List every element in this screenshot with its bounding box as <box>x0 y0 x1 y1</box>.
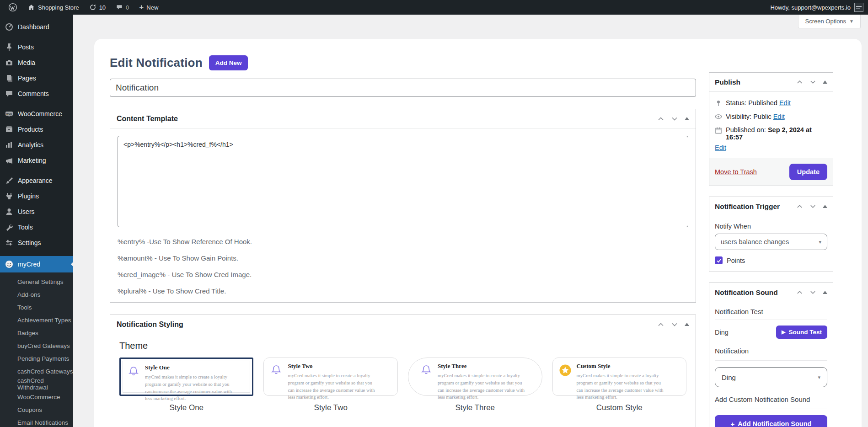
submenu-item-cashcred-gateways[interactable]: cashCred Gateways <box>0 365 73 378</box>
add-notification-sound-button[interactable]: + Add Notification Sound <box>715 415 827 427</box>
theme-card-style-three[interactable]: Style Three myCred makes it simple to cr… <box>408 358 542 396</box>
submenu-item-buycred-gateways[interactable]: buyCred Gateways <box>0 339 73 352</box>
move-up-icon[interactable] <box>796 289 803 296</box>
play-icon: ▶ <box>782 329 785 335</box>
theme-preview-title: Custom Style <box>577 363 668 370</box>
notification-test-label: Notification Test <box>715 308 827 320</box>
theme-card-style-two[interactable]: Style Two myCred makes it simple to crea… <box>263 358 398 396</box>
sidebar-item-pages[interactable]: Pages <box>0 70 73 86</box>
move-down-icon[interactable] <box>671 321 678 328</box>
avatar[interactable] <box>854 3 863 12</box>
submenu-item-tools[interactable]: Tools <box>0 301 73 314</box>
points-checkbox[interactable] <box>715 256 723 264</box>
comments-icon <box>5 89 14 98</box>
megaphone-icon <box>5 156 14 165</box>
edit-date-link[interactable]: Edit <box>715 144 726 151</box>
move-down-icon[interactable] <box>809 289 816 296</box>
sidebar-separator <box>0 101 73 106</box>
move-down-icon[interactable] <box>809 79 816 85</box>
sidebar-item-appearance[interactable]: Appearance <box>0 173 73 188</box>
sidebar-item-settings[interactable]: Settings <box>0 235 73 251</box>
mycred-submenu: General Settings Add-ons Tools Achieveme… <box>0 272 73 427</box>
submenu-item-badges[interactable]: Badges <box>0 326 73 339</box>
move-up-icon[interactable] <box>796 203 803 210</box>
screen-options-label: Screen Options <box>805 18 846 25</box>
sidebar-separator <box>0 251 73 256</box>
submenu-item-general-settings[interactable]: General Settings <box>0 275 73 288</box>
sidebar-item-label: myCred <box>18 261 40 268</box>
move-up-icon[interactable] <box>796 79 803 85</box>
updates-menu[interactable]: 10 <box>86 0 109 15</box>
notify-when-selected-value: users balance changes <box>721 238 789 246</box>
move-up-icon[interactable] <box>657 321 664 328</box>
move-down-icon[interactable] <box>809 203 816 210</box>
sidebar-item-plugins[interactable]: Plugins <box>0 188 73 204</box>
collapse-toggle-icon[interactable] <box>685 117 689 120</box>
sidebar-item-analytics[interactable]: Analytics <box>0 137 73 153</box>
content-area: Screen Options ▼ Edit Notification Add N… <box>73 15 868 427</box>
submenu-item-pending-payments[interactable]: Pending Payments <box>0 352 73 365</box>
notify-when-select[interactable]: users balance changes ▾ <box>715 234 827 250</box>
panel-title: Notification Sound <box>715 288 778 297</box>
edit-status-link[interactable]: Edit <box>779 99 791 107</box>
sidebar-item-label: Settings <box>18 239 41 246</box>
theme-preview-description: myCred makes it simple to create a loyal… <box>145 374 236 402</box>
theme-label-style-three: Style Three <box>408 403 542 412</box>
theme-card-custom-style[interactable]: Custom Style myCred makes it simple to c… <box>552 358 687 396</box>
theme-preview-title: Style Two <box>288 363 379 370</box>
comments-menu[interactable]: 0 <box>112 0 133 15</box>
woocommerce-icon: WOO <box>5 109 14 118</box>
site-menu[interactable]: Shopping Store <box>24 0 83 15</box>
add-new-button[interactable]: Add New <box>209 55 248 70</box>
wrench-icon <box>5 223 14 232</box>
submenu-item-email-notifications[interactable]: Email Notifications <box>0 416 73 427</box>
theme-preview-description: myCred makes it simple to create a loyal… <box>438 372 529 401</box>
notification-title-input[interactable] <box>110 79 696 97</box>
sidebar-item-marketing[interactable]: Marketing <box>0 153 73 168</box>
sound-test-button[interactable]: ▶ Sound Test <box>776 326 827 339</box>
sidebar-item-label: Products <box>18 126 43 133</box>
pushpin-icon <box>5 43 14 52</box>
move-down-icon[interactable] <box>671 115 678 123</box>
update-button[interactable]: Update <box>789 164 827 180</box>
collapse-toggle-icon[interactable] <box>823 80 827 84</box>
published-on-label: Published on: <box>726 126 766 133</box>
wordpress-logo-icon[interactable] <box>5 0 21 15</box>
home-icon <box>27 4 35 11</box>
points-checkbox-label: Points <box>727 257 745 264</box>
move-to-trash-link[interactable]: Move to Trash <box>715 168 757 176</box>
submenu-item-add-ons[interactable]: Add-ons <box>0 288 73 301</box>
collapse-toggle-icon[interactable] <box>685 323 689 326</box>
collapse-toggle-icon[interactable] <box>823 205 827 208</box>
notification-sound-select[interactable]: Ding ▾ <box>715 367 827 387</box>
edit-visibility-link[interactable]: Edit <box>773 113 785 120</box>
sidebar-item-label: Tools <box>18 224 33 231</box>
content-template-textarea[interactable]: <p>%entry%</p><h1>%cred_f%</h1> <box>118 136 688 227</box>
sidebar-item-users[interactable]: Users <box>0 204 73 219</box>
sidebar-item-media[interactable]: Media <box>0 55 73 70</box>
sidebar-item-dashboard[interactable]: Dashboard <box>0 19 73 35</box>
sidebar-item-tools[interactable]: Tools <box>0 219 73 235</box>
screen-options-tab[interactable]: Screen Options ▼ <box>798 15 861 28</box>
sidebar-item-mycred[interactable]: myCred <box>0 256 73 272</box>
collapse-toggle-icon[interactable] <box>823 291 827 294</box>
submenu-item-woocommerce[interactable]: WooCommerce <box>0 390 73 403</box>
new-menu[interactable]: + New <box>135 0 162 15</box>
site-name: Shopping Store <box>38 4 79 11</box>
submenu-item-cashcred-withdrawal[interactable]: cashCred Withdrawal <box>0 378 73 390</box>
move-up-icon[interactable] <box>657 115 664 123</box>
theme-card-style-one[interactable]: Style One myCred makes it simple to crea… <box>119 358 253 396</box>
howdy-account-link[interactable]: Howdy, support@wpexperts.io <box>770 4 851 11</box>
sidebar-item-products[interactable]: Products <box>0 122 73 137</box>
visibility-text: Visibility: Public <box>726 113 772 120</box>
theme-preview-title: Style One <box>145 364 236 371</box>
sidebar-item-posts[interactable]: Posts <box>0 39 73 55</box>
sound-test-label: Sound Test <box>789 329 822 336</box>
sound-selected-value: Ding <box>722 374 736 381</box>
sidebar-item-woocommerce[interactable]: WOO WooCommerce <box>0 106 73 122</box>
sidebar-item-label: Dashboard <box>18 23 49 31</box>
sidebar-item-comments[interactable]: Comments <box>0 86 73 101</box>
sidebar-item-label: Users <box>18 208 35 215</box>
submenu-item-achievement-types[interactable]: Achievement Types <box>0 314 73 326</box>
submenu-item-coupons[interactable]: Coupons <box>0 403 73 416</box>
